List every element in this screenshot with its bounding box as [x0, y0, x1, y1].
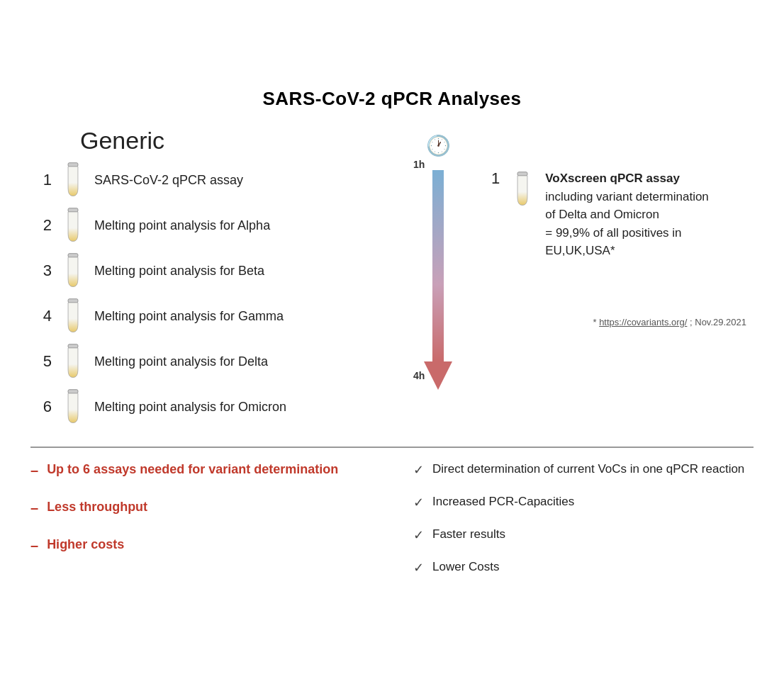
assay-label-3: Melting point analysis for Beta [94, 264, 264, 279]
ref-link[interactable]: https://covariants.org/ [599, 317, 687, 327]
check-icon-3: ✓ [413, 527, 424, 543]
assay-label-4: Melting point analysis for Gamma [94, 309, 284, 324]
assay-row-5: 5 Melting point analysis for Delta [30, 343, 413, 380]
tube-icon-4 [60, 298, 86, 335]
assay-list: 1 SARS-CoV-2 qPCR assay [30, 162, 413, 425]
divider [30, 447, 754, 448]
con-item-2: – Less throughput [30, 498, 371, 516]
time-label-1h: 1h [413, 159, 425, 170]
con-item-3: – Higher costs [30, 536, 371, 554]
tube-icon-2 [60, 207, 86, 244]
tube-icon-6 [60, 388, 86, 425]
svg-rect-3 [68, 299, 78, 303]
pro-item-4: ✓ Lower Costs [413, 559, 754, 576]
gradient-arrow [424, 170, 452, 390]
assay-label-5: Melting point analysis for Delta [94, 354, 268, 369]
svg-marker-7 [424, 361, 452, 390]
svg-rect-2 [68, 254, 78, 257]
dash-icon-1: – [30, 462, 38, 478]
pros-panel: ✓ Direct determination of current VoCs i… [392, 461, 754, 591]
check-icon-1: ✓ [413, 462, 424, 478]
tube-icon-1 [60, 162, 86, 198]
vox-assay-name: VoXscreen qPCR assay [545, 172, 680, 185]
tube-icon-3 [60, 252, 86, 289]
tube-icon-5 [60, 343, 86, 380]
clock-icon: 🕐 [426, 134, 451, 157]
pro-text-4: Lower Costs [432, 559, 499, 576]
left-panel: Generic 1 [30, 127, 413, 434]
assay-row-3: 3 Melting point analysis for Beta [30, 252, 413, 289]
assay-number-5: 5 [30, 352, 52, 371]
con-item-1: – Up to 6 assays needed for variant dete… [30, 461, 371, 478]
pro-text-2: Increased PCR-Capacities [432, 493, 574, 510]
assay-label-6: Melting point analysis for Omicron [94, 400, 286, 415]
svg-rect-4 [68, 344, 78, 348]
assay-number-2: 2 [30, 216, 52, 235]
vox-number: 1 [491, 169, 500, 188]
check-icon-2: ✓ [413, 495, 424, 510]
right-panel: 1 VoXscreen qPCR assay includ [463, 127, 754, 327]
svg-rect-1 [68, 208, 78, 212]
cons-panel: – Up to 6 assays needed for variant dete… [30, 461, 392, 591]
assay-row-6: 6 Melting point analysis for Omicro [30, 388, 413, 425]
pro-text-3: Faster results [432, 526, 505, 543]
svg-rect-8 [517, 172, 527, 176]
con-text-2: Less throughput [47, 498, 147, 515]
assay-number-4: 4 [30, 307, 52, 325]
vox-tube-icon [510, 171, 535, 208]
time-label-4h: 4h [413, 370, 425, 381]
assay-number-6: 6 [30, 398, 52, 416]
pro-item-1: ✓ Direct determination of current VoCs i… [413, 461, 754, 478]
con-text-1: Up to 6 assays needed for variant determ… [47, 461, 338, 478]
voxscreen-row: 1 VoXscreen qPCR assay includ [491, 169, 754, 260]
assay-number-1: 1 [30, 171, 52, 189]
check-icon-4: ✓ [413, 560, 424, 576]
assay-row-2: 2 Melting point analysis for Alpha [30, 207, 413, 244]
page: SARS-CoV-2 qPCR Analyses Generic 1 [16, 67, 768, 612]
top-section: Generic 1 [30, 127, 754, 434]
assay-number-3: 3 [30, 262, 52, 280]
page-title: SARS-CoV-2 qPCR Analyses [30, 88, 754, 110]
vox-description: VoXscreen qPCR assay including variant d… [545, 169, 709, 260]
pro-text-1: Direct determination of current VoCs in … [432, 461, 744, 478]
assay-label-2: Melting point analysis for Alpha [94, 218, 270, 233]
bottom-section: – Up to 6 assays needed for variant dete… [30, 461, 754, 591]
assay-row-1: 1 SARS-CoV-2 qPCR assay [30, 162, 413, 198]
dash-icon-3: – [30, 537, 38, 554]
arrow-column: 🕐 1h 4h [413, 134, 463, 381]
pro-item-3: ✓ Faster results [413, 526, 754, 543]
pro-item-2: ✓ Increased PCR-Capacities [413, 493, 754, 510]
con-text-3: Higher costs [47, 536, 124, 553]
svg-rect-5 [68, 390, 78, 393]
dash-icon-2: – [30, 500, 38, 516]
assay-label-1: SARS-CoV-2 qPCR assay [94, 173, 243, 188]
assay-row-4: 4 Melting point analysis for Gamma [30, 298, 413, 335]
vox-desc-text: including variant determinationof Delta … [545, 190, 709, 258]
generic-label: Generic [80, 127, 413, 155]
svg-rect-6 [432, 170, 444, 361]
svg-rect-0 [68, 163, 78, 167]
ref-line: * https://covariants.org/ ; Nov.29.2021 [491, 317, 754, 327]
